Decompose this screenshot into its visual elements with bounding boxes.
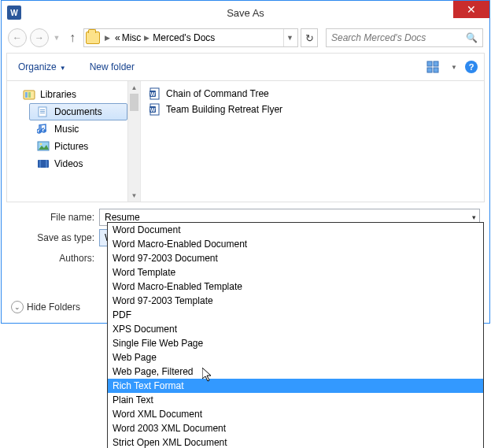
- sidebar-scrollbar[interactable]: ▲ ▼: [127, 81, 140, 202]
- arrow-up-icon: ↑: [69, 31, 76, 45]
- file-name-label: File name:: [11, 212, 99, 223]
- search-placeholder: Search Merced's Docs: [331, 32, 426, 43]
- sidebar-label: Libraries: [40, 89, 76, 100]
- sidebar-item-label: Videos: [54, 158, 83, 169]
- type-option[interactable]: Rich Text Format: [108, 379, 483, 393]
- search-input[interactable]: Search Merced's Docs 🔍: [326, 28, 483, 47]
- svg-point-12: [43, 129, 46, 132]
- sidebar: Libraries DocumentsMusicPicturesVideos ▲…: [7, 81, 141, 202]
- save-type-options-list[interactable]: Word DocumentWord Macro-Enabled Document…: [107, 222, 484, 448]
- svg-text:W: W: [150, 107, 156, 113]
- refresh-button[interactable]: ↻: [301, 28, 318, 47]
- type-option[interactable]: Word 2003 XML Document: [108, 421, 483, 435]
- file-item[interactable]: WChain of Command Tree: [149, 86, 484, 102]
- save-as-dialog: W Save As ✕ ← → ▼ ↑ ▶ « Misc ▶ Merced's …: [1, 0, 490, 324]
- type-option[interactable]: Plain Text: [108, 393, 483, 407]
- chevron-right-icon: ▶: [103, 34, 112, 42]
- sidebar-item-pictures[interactable]: Pictures: [7, 138, 140, 155]
- address-bar[interactable]: ▶ « Misc ▶ Merced's Docs ▼: [83, 28, 298, 47]
- scroll-up-icon[interactable]: ▲: [128, 81, 140, 94]
- nav-history-dropdown[interactable]: ▼: [52, 34, 61, 42]
- svg-rect-17: [46, 160, 47, 168]
- svg-rect-0: [427, 61, 432, 66]
- svg-rect-6: [28, 92, 31, 98]
- view-options-button[interactable]: [426, 60, 440, 74]
- close-button[interactable]: ✕: [453, 1, 489, 18]
- sidebar-item-documents[interactable]: Documents: [29, 103, 127, 120]
- chevron-down-icon[interactable]: ▾: [472, 213, 476, 221]
- type-option[interactable]: Strict Open XML Document: [108, 435, 483, 448]
- type-option[interactable]: Word Macro-Enabled Template: [108, 280, 483, 294]
- sidebar-libraries[interactable]: Libraries: [7, 86, 140, 103]
- refresh-icon: ↻: [305, 32, 314, 44]
- type-option[interactable]: PDF: [108, 308, 483, 322]
- nav-forward-button[interactable]: →: [30, 28, 49, 47]
- type-option[interactable]: XPS Document: [108, 322, 483, 336]
- music-icon: [37, 123, 50, 135]
- svg-rect-10: [40, 113, 45, 113]
- word-doc-icon: W: [149, 87, 161, 100]
- file-name: Team Building Retreat Flyer: [166, 104, 282, 115]
- type-option[interactable]: Single File Web Page: [108, 336, 483, 350]
- word-doc-icon: W: [149, 103, 161, 116]
- breadcrumb-item[interactable]: Merced's Docs: [153, 32, 215, 43]
- svg-rect-9: [40, 111, 45, 112]
- hide-folders-button[interactable]: ⌄ Hide Folders: [11, 301, 80, 313]
- organize-menu[interactable]: Organize▼: [18, 61, 66, 72]
- word-app-icon: W: [7, 6, 21, 20]
- sidebar-item-label: Music: [54, 124, 79, 135]
- type-option[interactable]: Word Template: [108, 265, 483, 280]
- nav-up-button[interactable]: ↑: [65, 30, 80, 46]
- file-name: Chain of Command Tree: [166, 88, 269, 99]
- type-option[interactable]: Word XML Document: [108, 407, 483, 421]
- folder-icon: [86, 31, 100, 44]
- type-option[interactable]: Word Macro-Enabled Document: [108, 237, 483, 251]
- breadcrumb[interactable]: « Misc ▶ Merced's Docs: [115, 32, 280, 43]
- type-option[interactable]: Word 97-2003 Template: [108, 294, 483, 308]
- type-option[interactable]: Word Document: [108, 223, 483, 237]
- svg-rect-8: [40, 109, 45, 110]
- videos-icon: [37, 157, 50, 170]
- breadcrumb-item[interactable]: Misc: [122, 32, 142, 43]
- svg-rect-1: [434, 61, 438, 66]
- nav-back-button[interactable]: ←: [8, 28, 27, 47]
- pictures-icon: [37, 140, 50, 153]
- help-button[interactable]: ?: [465, 61, 478, 73]
- toolbar: Organize▼ New folder ▼ ?: [6, 53, 485, 81]
- svg-rect-16: [39, 160, 41, 168]
- close-icon: ✕: [467, 3, 476, 16]
- mouse-cursor: [202, 368, 215, 383]
- title-bar: W Save As ✕: [2, 1, 489, 24]
- view-icon: [426, 61, 439, 73]
- type-option[interactable]: Word 97-2003 Document: [108, 251, 483, 265]
- sidebar-item-label: Pictures: [54, 141, 88, 152]
- search-icon: 🔍: [466, 32, 478, 43]
- breadcrumb-overflow[interactable]: «: [115, 32, 120, 43]
- file-browser-body: Libraries DocumentsMusicPicturesVideos ▲…: [6, 81, 485, 202]
- type-option[interactable]: Web Page, Filtered: [108, 365, 483, 379]
- svg-point-11: [39, 130, 42, 133]
- chevron-right-icon: ▶: [142, 34, 151, 42]
- address-dropdown[interactable]: ▼: [283, 29, 296, 46]
- arrow-left-icon: ←: [13, 32, 22, 43]
- sidebar-item-videos[interactable]: Videos: [7, 155, 140, 172]
- arrow-right-icon: →: [35, 32, 44, 43]
- authors-label: Authors:: [11, 253, 99, 264]
- file-list[interactable]: WChain of Command TreeWTeam Building Ret…: [141, 81, 484, 202]
- svg-point-14: [40, 143, 42, 146]
- scrollbar-thumb[interactable]: [130, 94, 138, 111]
- sidebar-item-music[interactable]: Music: [7, 120, 140, 138]
- documents-icon: [37, 106, 50, 118]
- libraries-icon: [23, 88, 35, 101]
- svg-rect-3: [434, 68, 438, 72]
- scroll-down-icon[interactable]: ▼: [128, 189, 140, 202]
- view-dropdown[interactable]: ▼: [451, 64, 457, 71]
- svg-rect-5: [25, 92, 28, 98]
- file-item[interactable]: WTeam Building Retreat Flyer: [149, 102, 484, 117]
- sidebar-item-label: Documents: [54, 106, 102, 117]
- type-option[interactable]: Web Page: [108, 350, 483, 365]
- nav-bar: ← → ▼ ↑ ▶ « Misc ▶ Merced's Docs ▼ ↻ Sea…: [2, 24, 489, 51]
- chevron-down-icon: ▼: [60, 65, 66, 72]
- dialog-title: Save As: [2, 7, 489, 19]
- new-folder-button[interactable]: New folder: [90, 61, 135, 72]
